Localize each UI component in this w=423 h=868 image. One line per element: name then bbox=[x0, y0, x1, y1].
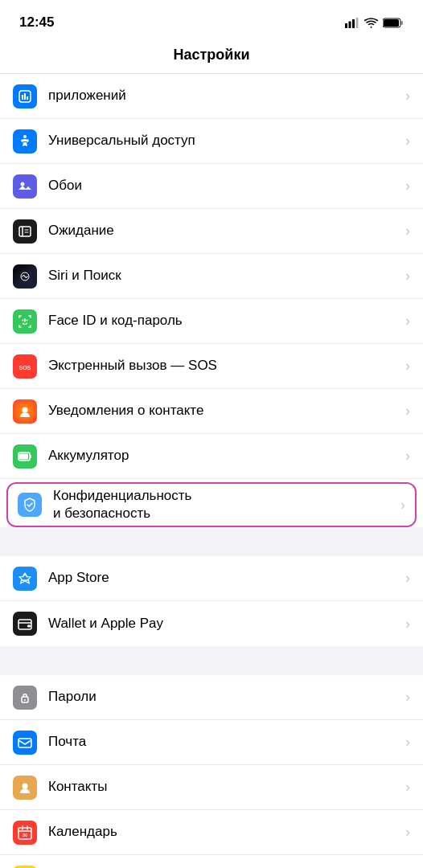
list-item-accessibility[interactable]: Универсальный доступ › bbox=[0, 119, 423, 164]
svg-point-29 bbox=[24, 699, 26, 701]
svg-rect-1 bbox=[349, 21, 351, 28]
chevron-icon: › bbox=[405, 570, 410, 587]
chevron-icon: › bbox=[405, 133, 410, 149]
list-item-sos[interactable]: SOS Экстренный вызов — SOS › bbox=[0, 344, 423, 389]
chevron-icon: › bbox=[405, 448, 410, 465]
chevron-icon: › bbox=[405, 178, 410, 194]
svg-text:30: 30 bbox=[23, 833, 28, 837]
faceid-icon bbox=[13, 309, 37, 334]
list-item-label-accessibility: Универсальный доступ bbox=[48, 132, 399, 149]
status-time: 12:45 bbox=[19, 14, 54, 31]
list-item-calendar[interactable]: 30 Календарь › bbox=[0, 810, 423, 855]
list-item-label-mail: Почта bbox=[48, 733, 399, 751]
sos-icon: SOS bbox=[13, 354, 37, 379]
svg-rect-30 bbox=[18, 739, 31, 747]
list-item-label-standby: Ожидание bbox=[48, 222, 399, 240]
list-item-label-battery: Аккумулятор bbox=[48, 447, 399, 465]
svg-rect-27 bbox=[27, 625, 31, 628]
chevron-icon: › bbox=[405, 616, 410, 633]
list-item-label-faceid: Face ID и код-пароль bbox=[48, 312, 399, 330]
list-item-label-sos: Экстренный вызов — SOS bbox=[48, 357, 399, 375]
svg-rect-25 bbox=[19, 453, 28, 459]
chevron-icon: › bbox=[405, 358, 410, 375]
list-item-passwords[interactable]: Пароли › bbox=[0, 675, 423, 720]
standby-icon bbox=[13, 219, 37, 244]
list-item-label-privacy: Конфиденциальностьи безопасность bbox=[53, 487, 394, 522]
passwords-icon bbox=[13, 686, 37, 710]
svg-point-20 bbox=[27, 319, 28, 321]
list-item-contact-notify[interactable]: Уведомления о контакте › bbox=[0, 389, 423, 434]
privacy-icon bbox=[18, 493, 42, 517]
chevron-icon: › bbox=[405, 403, 410, 420]
wallpaper-icon bbox=[13, 174, 37, 199]
list-item-standby[interactable]: Ожидание › bbox=[0, 209, 423, 254]
svg-point-11 bbox=[23, 135, 27, 138]
contact-notify-icon bbox=[13, 399, 37, 424]
list-item-label-prilojeniy: приложений bbox=[48, 87, 399, 104]
accessibility-icon bbox=[13, 129, 37, 154]
screentime-icon bbox=[13, 84, 37, 108]
signal-icon bbox=[345, 18, 359, 28]
battery-settings-icon bbox=[13, 444, 37, 469]
settings-list: приложений › Универсальный доступ › Обои… bbox=[0, 74, 423, 868]
chevron-icon: › bbox=[405, 689, 410, 706]
svg-rect-0 bbox=[345, 23, 347, 28]
svg-rect-2 bbox=[352, 19, 355, 28]
siri-icon bbox=[13, 264, 37, 289]
list-item-label-contacts: Контакты bbox=[48, 778, 399, 796]
list-item-prilojeniy[interactable]: приложений › bbox=[0, 74, 423, 119]
svg-rect-3 bbox=[356, 18, 359, 28]
list-item-mail[interactable]: Почта › bbox=[0, 720, 423, 765]
list-item-label-calendar: Календарь bbox=[48, 823, 399, 841]
svg-rect-13 bbox=[19, 227, 31, 236]
status-icons bbox=[345, 18, 404, 28]
svg-rect-5 bbox=[401, 21, 404, 25]
page-title: Настройки bbox=[174, 47, 250, 63]
wallet-icon bbox=[13, 612, 37, 636]
chevron-icon: › bbox=[405, 824, 410, 841]
chevron-icon: › bbox=[405, 88, 410, 104]
settings-section-3: Пароли › Почта › Контакты › 30 Календарь… bbox=[0, 675, 423, 868]
chevron-icon: › bbox=[405, 313, 410, 330]
list-item-wallpaper[interactable]: Обои › bbox=[0, 164, 423, 209]
list-item-label-wallpaper: Обои bbox=[48, 177, 399, 194]
mail-icon bbox=[13, 731, 37, 755]
list-item-privacy[interactable]: Конфиденциальностьи безопасность › bbox=[6, 482, 417, 527]
battery-icon bbox=[383, 18, 404, 28]
svg-rect-6 bbox=[384, 19, 399, 27]
list-item-contacts[interactable]: Контакты › bbox=[0, 765, 423, 810]
list-item-battery[interactable]: Аккумулятор › bbox=[0, 434, 423, 479]
svg-rect-10 bbox=[27, 96, 28, 100]
list-item-label-siri: Siri и Поиск bbox=[48, 267, 399, 285]
chevron-icon: › bbox=[405, 734, 410, 751]
svg-point-12 bbox=[21, 182, 25, 186]
appstore-icon bbox=[13, 567, 37, 591]
calendar-icon: 30 bbox=[13, 821, 37, 845]
list-item-label-passwords: Пароли bbox=[48, 688, 399, 706]
svg-text:SOS: SOS bbox=[19, 365, 31, 371]
list-item-siri[interactable]: Siri и Поиск › bbox=[0, 254, 423, 299]
svg-rect-24 bbox=[30, 455, 31, 458]
svg-rect-9 bbox=[24, 93, 26, 100]
list-item-label-appstore: App Store bbox=[48, 569, 399, 587]
settings-section-2: App Store › Wallet и Apple Pay › bbox=[0, 556, 423, 646]
list-item-faceid[interactable]: Face ID и код-пароль › bbox=[0, 299, 423, 344]
contacts-icon bbox=[13, 776, 37, 800]
list-item-label-contact-notify: Уведомления о контакте bbox=[48, 402, 399, 420]
svg-point-19 bbox=[23, 319, 24, 321]
status-bar: 12:45 bbox=[0, 0, 423, 40]
svg-point-22 bbox=[23, 407, 28, 412]
list-item-appstore[interactable]: App Store › bbox=[0, 556, 423, 601]
settings-section-1: приложений › Универсальный доступ › Обои… bbox=[0, 74, 423, 527]
svg-rect-8 bbox=[22, 95, 23, 100]
chevron-icon: › bbox=[400, 497, 405, 514]
nav-header: Настройки bbox=[0, 40, 423, 74]
svg-rect-26 bbox=[18, 620, 31, 629]
list-item-wallet[interactable]: Wallet и Apple Pay › bbox=[0, 601, 423, 646]
svg-point-31 bbox=[23, 783, 28, 788]
list-item-notes[interactable]: Заметки › bbox=[0, 855, 423, 868]
wifi-icon bbox=[364, 18, 378, 28]
chevron-icon: › bbox=[405, 268, 410, 285]
list-item-label-wallet: Wallet и Apple Pay bbox=[48, 615, 399, 633]
chevron-icon: › bbox=[405, 779, 410, 796]
